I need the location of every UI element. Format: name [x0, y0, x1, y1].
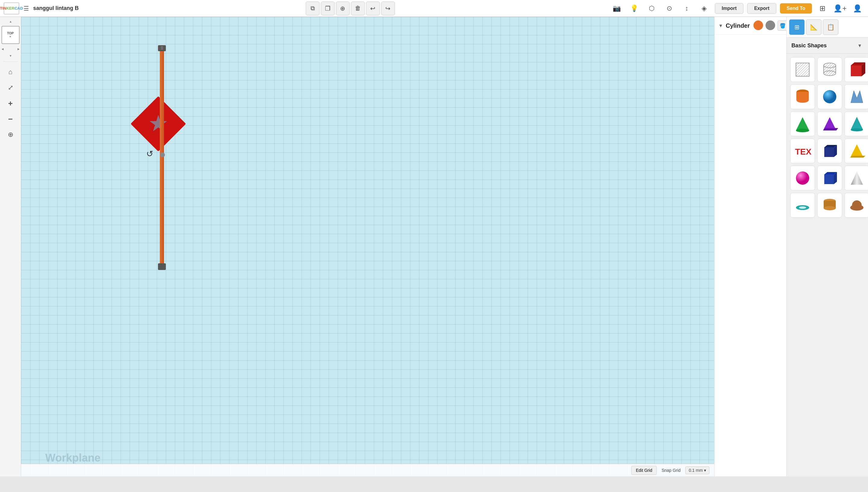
add-user-icon[interactable]: 👤+ [833, 1, 847, 15]
svg-point-16 [823, 90, 836, 103]
props-title: Cylinder [726, 22, 750, 29]
svg-rect-1 [796, 63, 809, 76]
light-icon-btn[interactable]: 💡 [627, 1, 641, 15]
view-icon-btn[interactable]: ⬡ [645, 1, 659, 15]
mirror-icon-btn[interactable]: ⊙ [662, 1, 676, 15]
color-swatch-primary[interactable] [753, 21, 763, 30]
filename: sanggul lintang B [33, 5, 79, 11]
svg-text:TEXT: TEXT [795, 147, 812, 156]
svg-marker-28 [850, 144, 864, 157]
svg-rect-31 [824, 174, 834, 184]
shape-sphere-blue[interactable] [817, 84, 842, 109]
paste-button[interactable]: ❐ [321, 1, 335, 15]
shape-cone-green[interactable] [790, 112, 815, 136]
shapes-grid: TEXT [787, 54, 868, 221]
svg-marker-22 [851, 117, 863, 130]
svg-rect-25 [824, 147, 834, 157]
align-icon-btn[interactable]: ↕ [680, 1, 694, 15]
bottom-bar: Edit Grid Snap Grid 0.1 mm ▾ [21, 464, 714, 476]
shape-cone-teal[interactable] [844, 112, 868, 136]
shape-box-striped[interactable] [790, 57, 815, 82]
file-menu-icon[interactable]: ☰ [24, 5, 29, 12]
shape-torus-teal[interactable] [790, 193, 815, 218]
svg-marker-21 [823, 128, 838, 130]
view-nav: ◂ ▸ [1, 46, 20, 51]
properties-panel: ▾ Cylinder 🪣 💡 [714, 17, 787, 476]
up-arrow[interactable]: ▴ [10, 19, 11, 24]
rotate-cursor: ↺ [146, 149, 153, 159]
shape-box-dark-blue[interactable] [817, 139, 842, 163]
delete-button[interactable]: 🗑 [351, 1, 365, 15]
workplane-label: Workplane [45, 452, 100, 464]
import-button[interactable]: Import [715, 3, 744, 14]
svg-point-15 [797, 98, 808, 103]
grid-icon-btn[interactable]: ⊞ [789, 19, 805, 35]
shape-cylinder-orange[interactable] [790, 84, 815, 109]
separator [3, 62, 18, 62]
view-left-arrow[interactable]: ◂ [1, 46, 4, 51]
shape-box-red[interactable] [844, 57, 868, 82]
svg-marker-18 [796, 117, 809, 130]
main-area: ▴ TOP ⌖ ◂ ▸ ▾ ⌂ ⤢ + − ⊕ ↺ Workpl [0, 17, 868, 476]
svg-point-39 [824, 206, 836, 210]
edit-tools: ⧉ ❐ ⊕ 🗑 ↩ ↪ [306, 1, 395, 15]
canvas-area[interactable]: ↺ Workplane Edit Grid Snap Grid 0.1 mm ▾ [21, 17, 714, 476]
svg-point-30 [796, 171, 809, 185]
svg-point-36 [799, 206, 806, 209]
shape-pyramid-purple[interactable] [817, 112, 842, 136]
down-arrow[interactable]: ▾ [10, 54, 11, 58]
shapes-tool-button[interactable]: ⊕ [4, 128, 17, 141]
shape-cone-silver[interactable] [844, 166, 868, 190]
shape-text[interactable]: TEXT [790, 139, 815, 163]
duplicate-button[interactable]: ⊕ [336, 1, 350, 15]
props-header: ▾ Cylinder 🪣 💡 [714, 17, 786, 35]
shape-cylinder-brown[interactable] [817, 193, 842, 218]
copy-button[interactable]: ⧉ [306, 1, 320, 15]
snap-grid-label: Snap Grid [661, 468, 680, 473]
material-button[interactable]: 🪣 [778, 21, 788, 31]
shape-blue-w[interactable] [844, 84, 868, 109]
far-right-icons: ⊞ 📐 📋 [787, 17, 868, 38]
top-handle[interactable] [158, 45, 166, 51]
view-right-arrow[interactable]: ▸ [18, 46, 20, 51]
shape-cylinder-gray[interactable] [817, 57, 842, 82]
left-panel: ▴ TOP ⌖ ◂ ▸ ▾ ⌂ ⤢ + − ⊕ [0, 17, 21, 476]
svg-marker-17 [851, 91, 863, 103]
zoom-in-button[interactable]: + [4, 97, 17, 110]
home-button[interactable]: ⌂ [4, 65, 17, 79]
color-swatch-secondary[interactable] [766, 21, 775, 30]
svg-point-7 [824, 71, 836, 76]
shapes-dropdown-btn[interactable]: ▾ [856, 42, 863, 49]
notes-icon-btn[interactable]: 📋 [823, 19, 839, 35]
grid-view-icon[interactable]: ⊞ [816, 1, 829, 15]
far-right-panel: ⊞ 📐 📋 Basic Shapes ▾ [787, 17, 868, 476]
view-thumbnail[interactable]: TOP ⌖ [1, 26, 20, 44]
zoom-out-button[interactable]: − [4, 113, 17, 126]
shapes-header: Basic Shapes ▾ [787, 38, 868, 54]
undo-button[interactable]: ↩ [366, 1, 380, 15]
shape-pyramid-yellow[interactable] [844, 139, 868, 163]
edit-grid-button[interactable]: Edit Grid [631, 466, 657, 475]
camera-icon-btn[interactable]: 📷 [610, 1, 624, 15]
flip-icon-btn[interactable]: ◈ [697, 1, 711, 15]
app-logo: TIN KER CAD [4, 2, 19, 15]
topbar: TIN KER CAD ☰ sanggul lintang B ⧉ ❐ ⊕ 🗑 … [0, 0, 868, 17]
ruler-icon-btn[interactable]: 📐 [806, 19, 822, 35]
shape-brown-blob[interactable] [844, 193, 868, 218]
svg-point-19 [796, 129, 809, 132]
export-button[interactable]: Export [747, 3, 776, 14]
shape-sphere-pink[interactable] [790, 166, 815, 190]
mid-handle[interactable] [160, 152, 165, 157]
bottom-handle[interactable] [158, 263, 166, 270]
profile-icon[interactable]: 👤 [850, 1, 864, 15]
svg-point-41 [852, 200, 862, 210]
redo-button[interactable]: ↪ [381, 1, 395, 15]
fit-button[interactable]: ⤢ [4, 81, 17, 94]
sendto-button[interactable]: Send To [780, 3, 812, 14]
shape-box-med-blue[interactable] [817, 166, 842, 190]
diamond-shape[interactable] [139, 104, 178, 143]
snap-grid-value[interactable]: 0.1 mm ▾ [685, 466, 709, 474]
svg-marker-34 [851, 171, 863, 185]
svg-point-23 [851, 128, 863, 131]
props-collapse-arrow[interactable]: ▾ [719, 22, 722, 29]
